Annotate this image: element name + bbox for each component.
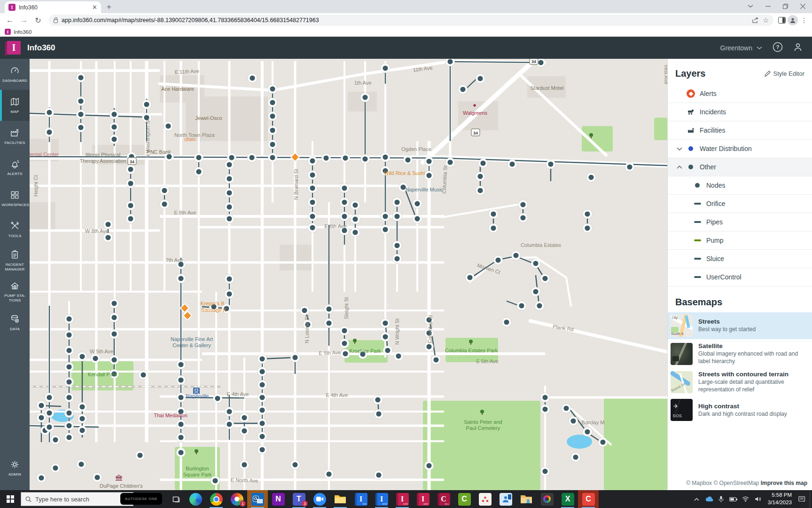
map-node[interactable] — [569, 416, 578, 426]
map-node[interactable] — [381, 332, 390, 341]
window-menu-icon[interactable] — [748, 4, 753, 8]
map-node[interactable] — [424, 461, 434, 470]
map-node[interactable] — [535, 301, 544, 310]
map-node[interactable] — [424, 157, 434, 166]
map-node[interactable] — [308, 198, 317, 207]
map-node[interactable] — [381, 64, 390, 73]
sidebar-item-pump-stations[interactable]: PUMP STA- TIONS — [0, 276, 30, 307]
map-node[interactable] — [176, 360, 186, 369]
basemap-option-satellite[interactable]: SatelliteGlobal imagery enhanced with ro… — [668, 340, 812, 367]
map-node[interactable] — [176, 420, 186, 429]
style-editor-button[interactable]: Style Editor — [765, 70, 804, 77]
map-node[interactable] — [476, 186, 485, 195]
map-node[interactable] — [258, 380, 267, 389]
layer-row-other[interactable]: Other — [668, 158, 812, 176]
map-node[interactable] — [160, 199, 169, 209]
address-bar[interactable]: app.info360.com/map#/map/streets/-88.139… — [49, 15, 773, 26]
map-node[interactable] — [381, 212, 390, 221]
map-node[interactable] — [76, 73, 86, 82]
taskbar-app-people-app[interactable] — [495, 490, 516, 508]
sidebar-item-workspaces[interactable]: WORKSPACES — [0, 183, 30, 214]
map-node[interactable] — [268, 111, 277, 121]
browser-menu-icon[interactable]: ⋮ — [800, 16, 808, 24]
task-view-icon[interactable] — [166, 490, 185, 508]
taskbar-app-abstract[interactable] — [475, 490, 495, 508]
map-node[interactable] — [126, 214, 135, 223]
map-node[interactable] — [91, 354, 100, 363]
map-node[interactable] — [431, 355, 441, 365]
map-node[interactable] — [465, 273, 475, 282]
sidebar-item-dashboard[interactable]: DASHBOARD — [0, 59, 30, 90]
basemap-option-terrain[interactable]: Scenic DrStreets with contoured terrainL… — [668, 368, 812, 396]
map-node[interactable] — [540, 274, 550, 283]
tab-close-icon[interactable]: ✕ — [92, 4, 97, 10]
taskbar-search[interactable]: Type here to search AUTODESK ONE — [21, 492, 133, 506]
map-node[interactable] — [176, 448, 186, 457]
help-icon[interactable]: ? — [773, 42, 783, 54]
taskbar-app-office-hub[interactable]: 1 — [226, 490, 247, 508]
map-node[interactable] — [340, 198, 349, 207]
map-node[interactable] — [268, 153, 277, 162]
map-node[interactable] — [64, 433, 74, 442]
map-node[interactable] — [445, 158, 455, 167]
back-button[interactable]: ← — [4, 14, 16, 26]
map-node[interactable] — [225, 274, 234, 284]
sidebar-item-facilities[interactable]: FACILITIES — [0, 121, 30, 152]
map-node[interactable] — [360, 93, 370, 102]
taskbar-app-infoswmm-ssa[interactable]: CSSA — [433, 490, 454, 508]
map-node[interactable] — [248, 73, 257, 83]
taskbar-app-chrome[interactable] — [206, 490, 226, 508]
url-text[interactable]: app.info360.com/map#/map/streets/-88.139… — [62, 17, 748, 24]
map-node[interactable] — [78, 352, 87, 361]
map-node[interactable] — [109, 329, 119, 339]
map-node[interactable] — [374, 470, 383, 480]
sidebar-item-incident-manager[interactable]: INCIDENT MANAGER — [0, 245, 30, 276]
map-node[interactable] — [78, 426, 87, 435]
layer-row-incidents[interactable]: Incidents — [668, 103, 812, 121]
map-node[interactable] — [176, 433, 186, 442]
new-tab-button[interactable]: + — [103, 1, 115, 13]
map-node[interactable] — [225, 420, 234, 429]
map-node[interactable] — [392, 241, 402, 250]
map-node[interactable] — [392, 212, 402, 221]
map-node[interactable] — [78, 402, 87, 412]
sidebar-item-alerts[interactable]: ALERTS — [0, 152, 30, 183]
show-desktop-button[interactable] — [810, 490, 812, 508]
browser-tab[interactable]: I Info360 ✕ — [5, 1, 101, 13]
map-node[interactable] — [64, 421, 74, 430]
taskbar-app-adobe-cc[interactable] — [537, 490, 557, 508]
map-node[interactable] — [176, 274, 186, 283]
map-node[interactable] — [340, 212, 349, 221]
map-node[interactable] — [64, 346, 74, 355]
map-node[interactable] — [258, 367, 267, 376]
map-node[interactable] — [77, 460, 86, 469]
map-node[interactable] — [176, 375, 186, 385]
map-node[interactable] — [540, 405, 550, 414]
map-node[interactable] — [258, 419, 267, 428]
map-node[interactable] — [240, 460, 249, 469]
map-node[interactable] — [78, 414, 87, 423]
window-restore-icon[interactable] — [783, 4, 788, 9]
map-node[interactable] — [308, 223, 317, 232]
map-node[interactable] — [300, 306, 309, 315]
sidebar-item-admin[interactable]: ADMIN — [0, 452, 30, 484]
osm-attribution[interactable]: © OpenStreetMap — [713, 480, 759, 486]
map-node[interactable] — [290, 353, 300, 362]
tray-chevron-icon[interactable] — [691, 490, 703, 508]
map-node[interactable] — [247, 153, 257, 162]
map-node[interactable] — [126, 201, 135, 210]
map-node[interactable] — [381, 152, 390, 162]
map-node[interactable] — [103, 233, 113, 242]
action-center-icon[interactable] — [796, 490, 808, 508]
map-node[interactable] — [445, 59, 455, 66]
map-node[interactable] — [493, 255, 503, 265]
map-node[interactable] — [290, 460, 300, 469]
layer-row-alerts[interactable]: Alerts — [668, 85, 812, 103]
map-node[interactable] — [583, 223, 592, 233]
map-node[interactable] — [373, 395, 383, 405]
taskbar-app-camtasia[interactable]: C — [454, 490, 475, 508]
map-node[interactable] — [126, 179, 135, 188]
map-node[interactable] — [458, 85, 468, 94]
map-node[interactable] — [308, 156, 317, 166]
map-node[interactable] — [225, 202, 234, 212]
